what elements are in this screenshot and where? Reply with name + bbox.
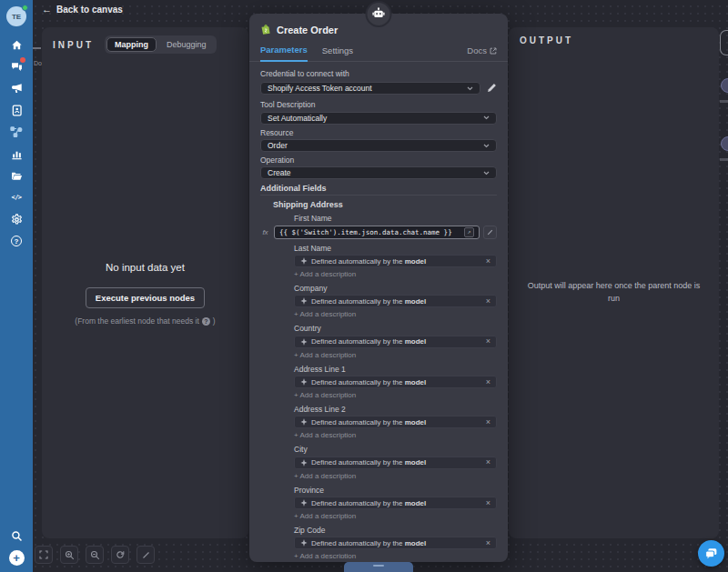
gear-icon[interactable] [10,213,23,226]
code-icon[interactable]: </> [10,191,23,204]
test-step-label-fragment [373,565,384,567]
clear-field-icon[interactable]: × [486,257,490,266]
add-description-link[interactable]: + Add a description [294,512,497,520]
zip-code-input[interactable]: Defined automatically by the model × [294,537,497,549]
canvas-zoom-toolbar [35,546,155,564]
add-button[interactable]: + [9,550,25,566]
add-description-link[interactable]: + Add a description [294,391,497,399]
add-description-link[interactable]: + Add a description [294,472,497,480]
input-panel: INPUT Mapping Debugging No input data ye… [42,27,248,538]
parameters-scroll-area[interactable]: Credential to connect with Shopify Acces… [249,62,508,558]
add-description-link[interactable]: + Add a description [294,431,497,439]
address-line-1-input[interactable]: Defined automatically by the model × [294,376,497,388]
clear-field-icon[interactable]: × [486,378,490,386]
clear-field-icon[interactable]: × [486,499,490,507]
add-description-link[interactable]: + Add a description [294,310,497,318]
tidy-up-button[interactable] [136,546,155,564]
credential-value: Shopify Access Token account [268,84,372,93]
address-line-2-input[interactable]: Defined automatically by the model × [294,416,497,428]
resource-value: Order [268,141,288,150]
modal-tabs: Parameters Settings Docs [249,43,508,62]
chat-assistant-button[interactable] [698,540,724,567]
last-name-input[interactable]: Defined automatically by the model × [294,255,497,267]
province-input[interactable]: Defined automatically by the model × [294,497,497,509]
app-root: Do TE [0,0,728,572]
zoom-in-button[interactable] [60,546,78,564]
chevron-down-icon [467,86,473,91]
canvas-node-label-fragment: Do [34,60,42,66]
add-description-link[interactable]: + Add a description [294,270,497,278]
question-icon[interactable]: ? [202,317,210,326]
tab-parameters[interactable]: Parameters [260,45,308,62]
additional-fields-label: Additional Fields [260,184,497,193]
shipping-address-section-label: Shipping Address [273,200,497,209]
tool-description-select[interactable]: Set Automatically [260,112,497,125]
resource-label: Resource [260,129,497,137]
back-arrow-icon: ← [42,4,52,15]
zip-code-label: Zip Code [294,527,497,535]
contacts-icon[interactable] [10,104,23,116]
expression-actions-button[interactable] [483,226,497,239]
docs-label: Docs [467,45,487,55]
empty-state-hint: (From the earliest node that needs it ? … [42,316,248,326]
add-description-link[interactable]: + Add a description [294,351,497,359]
execute-previous-nodes-button[interactable]: Execute previous nodes [86,287,205,308]
chat-bubbles-icon [704,547,718,560]
ai-defined-text: Defined automatically by the model [311,458,426,467]
docs-link[interactable]: Docs [467,45,497,61]
insights-icon[interactable] [10,147,23,160]
divider [260,195,497,196]
back-to-canvas-button[interactable]: ← Back to canvas [42,4,123,15]
operation-value: Create [268,168,291,177]
clear-field-icon[interactable]: × [486,458,490,467]
tab-debugging[interactable]: Debugging [158,37,215,52]
ai-agent-robot-icon[interactable] [366,1,392,27]
chat-icon[interactable] [10,60,23,73]
zoom-out-button[interactable] [86,546,104,564]
tab-settings[interactable]: Settings [322,45,353,61]
resource-select[interactable]: Order [260,139,497,152]
first-name-expression-input[interactable]: {{ $('Switch').item.json.data.chat.name … [274,226,480,239]
sparkle-icon [300,338,308,346]
address-line-1-label: Address Line 1 [294,366,497,374]
avatar[interactable]: TE [6,6,26,26]
first-name-label: First Name [294,215,497,223]
projects-folder-icon[interactable] [10,169,23,182]
clear-field-icon[interactable]: × [486,337,490,346]
operation-label: Operation [260,156,497,165]
clear-field-icon[interactable]: × [486,418,490,426]
add-description-link[interactable]: + Add a description [294,552,497,558]
home-icon[interactable] [10,38,23,51]
help-icon[interactable]: ? [10,235,23,247]
ai-defined-text: Defined automatically by the model [311,378,426,386]
tool-description-label: Tool Description [260,101,497,109]
ai-defined-text: Defined automatically by the model [311,499,426,507]
sparkle-icon [300,499,308,507]
expression-fx-icon[interactable]: fx [260,228,270,236]
online-status-dot [22,5,28,11]
ai-defined-text: Defined automatically by the model [311,418,426,426]
expand-expression-icon[interactable]: ↗ [464,227,474,237]
main-sidebar: TE </> [0,0,33,572]
operation-select[interactable]: Create [260,166,497,179]
credential-label: Credential to connect with [260,70,497,78]
company-label: Company [294,285,497,293]
company-input[interactable]: Defined automatically by the model × [294,295,497,307]
city-input[interactable]: Defined automatically by the model × [294,457,497,469]
country-label: Country [294,325,497,333]
city-label: City [294,446,497,454]
chevron-down-icon [483,115,490,120]
tab-mapping[interactable]: Mapping [106,37,157,52]
clear-field-icon[interactable]: × [486,539,490,547]
megaphone-icon[interactable] [10,82,23,95]
search-icon[interactable] [10,529,23,542]
ai-defined-text: Defined automatically by the model [311,539,426,547]
edit-credential-pencil-icon[interactable] [487,80,497,96]
reset-zoom-button[interactable] [111,546,129,564]
country-input[interactable]: Defined automatically by the model × [294,336,497,348]
clear-field-icon[interactable]: × [486,297,490,306]
fit-view-button[interactable] [35,546,53,564]
workflows-icon[interactable] [10,125,23,138]
credential-select[interactable]: Shopify Access Token account [260,82,480,95]
test-step-button-partial[interactable] [344,562,413,572]
